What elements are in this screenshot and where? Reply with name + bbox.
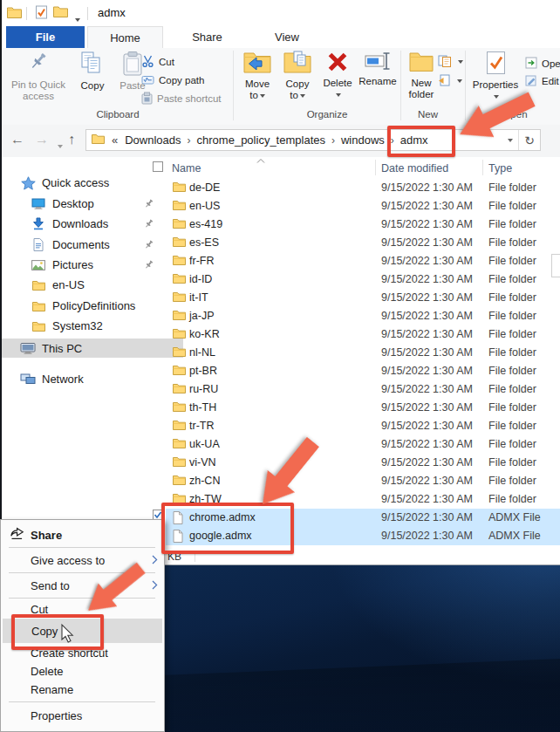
menu-item-delete[interactable]: Delete xyxy=(2,662,163,681)
sidebar-item-this-pc[interactable]: This PC xyxy=(0,339,183,358)
file-type: File folder xyxy=(488,236,536,249)
file-row-de-DE[interactable]: de-DE9/15/2022 1:30 AMFile folder xyxy=(166,179,560,197)
tab-share[interactable]: Share xyxy=(166,26,249,48)
folder-icon xyxy=(173,310,186,323)
ribbon-open-button[interactable]: Open xyxy=(525,56,560,72)
file-row-id-ID[interactable]: id-ID9/15/2022 1:30 AMFile folder xyxy=(166,270,560,289)
ribbon-edit-button[interactable]: Edit xyxy=(525,73,560,89)
new-folder-button[interactable]: New folder xyxy=(403,51,440,100)
copy-to-button[interactable]: Copy to xyxy=(277,51,318,101)
breadcrumb-folder-icon xyxy=(86,133,109,147)
menu-item-share[interactable]: Share xyxy=(2,524,163,545)
pin-to-quick-access-label: Pin to Quick access xyxy=(11,79,65,101)
breadcrumb-segment-windows[interactable]: windows xyxy=(337,133,389,147)
column-name[interactable]: Name xyxy=(172,162,201,174)
menu-item-properties[interactable]: Properties xyxy=(2,705,163,726)
ribbon-cut-button[interactable]: Cut xyxy=(141,54,174,70)
ribbon-copy-path-button[interactable]: Copy path xyxy=(141,72,204,88)
sidebar-item-pictures[interactable]: Pictures xyxy=(0,256,194,274)
folder-icon xyxy=(173,328,186,341)
file-type: File folder xyxy=(488,310,536,322)
file-row-es-ES[interactable]: es-ES9/15/2022 1:30 AMFile folder xyxy=(166,234,560,252)
delete-button[interactable]: Delete xyxy=(318,51,358,100)
sidebar-item-quick-access[interactable]: Quick access xyxy=(0,174,183,192)
qat-properties-button[interactable] xyxy=(35,5,48,23)
file-date: 9/15/2022 1:30 AM xyxy=(381,493,473,505)
file-type: File folder xyxy=(488,456,536,469)
breadcrumb[interactable]: « Downloads›chrome_policy_templates›wind… xyxy=(85,129,541,151)
sidebar-item-network[interactable]: Network xyxy=(0,370,183,388)
sidebar-item-system32[interactable]: System32 xyxy=(0,317,194,335)
folder-icon xyxy=(173,236,186,250)
file-row-vi-VN[interactable]: vi-VN9/15/2022 1:30 AMFile folder xyxy=(166,454,560,472)
delete-icon xyxy=(318,51,358,76)
ribbon-copy-button[interactable]: Copy xyxy=(73,51,112,92)
column-date-modified[interactable]: Date modified xyxy=(381,162,448,174)
refresh-icon[interactable]: ↻ xyxy=(518,130,540,150)
breadcrumb-segment-chrome_policy_templates[interactable]: chrome_policy_templates xyxy=(193,133,330,147)
ribbon-group-separator xyxy=(233,51,234,120)
file-row-nl-NL[interactable]: nl-NL9/15/2022 1:30 AMFile folder xyxy=(166,344,560,362)
file-row-pt-BR[interactable]: pt-BR9/15/2022 1:30 AMFile folder xyxy=(166,362,560,380)
menu-item-send-to[interactable]: Send to xyxy=(2,575,163,596)
ribbon-paste-shortcut-button[interactable]: Paste shortcut xyxy=(141,91,222,106)
column-separator-2[interactable] xyxy=(482,160,483,175)
tab-file[interactable]: File xyxy=(6,26,85,48)
copy-to-label: Copy xyxy=(286,79,310,89)
properties-button[interactable]: Properties xyxy=(469,51,522,102)
forward-button[interactable]: → xyxy=(35,132,49,147)
rename-button[interactable]: Rename xyxy=(356,51,400,87)
new-item-button[interactable] xyxy=(438,54,463,70)
sidebar-item-documents[interactable]: Documents xyxy=(0,236,194,254)
column-type[interactable]: Type xyxy=(488,162,512,174)
file-row-ko-KR[interactable]: ko-KR9/15/2022 1:30 AMFile folder xyxy=(166,325,560,344)
breadcrumb-prefix[interactable]: « xyxy=(109,133,120,147)
file-row-en-US[interactable]: en-US9/15/2022 1:30 AMFile folder xyxy=(166,197,560,215)
file-row-fr-FR[interactable]: fr-FR9/15/2022 1:30 AMFile folder xyxy=(166,252,560,270)
breadcrumb-chevron-icon[interactable]: › xyxy=(186,134,193,147)
sidebar-item-policydefinitions[interactable]: PolicyDefinitions xyxy=(0,297,194,315)
file-name: nl-NL xyxy=(189,346,215,359)
file-type: File folder xyxy=(488,255,536,267)
file-type: File folder xyxy=(488,438,536,450)
sidebar-item-label: Network xyxy=(42,373,84,386)
file-type: ADMX File xyxy=(488,530,541,542)
file-row-es-419[interactable]: es-4199/15/2022 1:30 AMFile folder xyxy=(166,215,560,234)
file-date: 9/15/2022 1:30 AM xyxy=(381,310,473,322)
move-to-button[interactable]: Move to xyxy=(237,51,277,101)
back-button[interactable]: ← xyxy=(10,132,24,147)
file-name: en-US xyxy=(189,200,220,212)
pin-icon xyxy=(5,51,72,78)
menu-item-label: Give access to xyxy=(31,554,105,567)
sidebar-item-desktop[interactable]: Desktop xyxy=(0,195,194,213)
qat-newfolder-button[interactable] xyxy=(53,5,68,21)
menu-item-rename[interactable]: Rename xyxy=(2,681,163,699)
sidebar-item-en-us[interactable]: en-US xyxy=(0,276,194,294)
breadcrumb-chevron-icon[interactable]: › xyxy=(330,134,337,147)
file-row-ru-RU[interactable]: ru-RU9/15/2022 1:30 AMFile folder xyxy=(166,380,560,399)
file-row-th-TH[interactable]: th-TH9/15/2022 1:30 AMFile folder xyxy=(166,399,560,417)
sidebar-item-downloads[interactable]: Downloads xyxy=(0,215,194,233)
copy-path-icon xyxy=(141,74,154,87)
easy-access-button[interactable] xyxy=(438,73,462,89)
select-all-checkbox[interactable] xyxy=(153,161,163,172)
sidebar-item-label: This PC xyxy=(42,342,82,355)
file-type: File folder xyxy=(488,475,536,487)
file-row-it-IT[interactable]: it-IT9/15/2022 1:30 AMFile folder xyxy=(166,289,560,307)
recent-locations-caret[interactable] xyxy=(56,138,63,154)
breadcrumb-segment-Downloads[interactable]: Downloads xyxy=(120,133,185,147)
column-separator[interactable] xyxy=(375,160,376,175)
address-dropdown-caret[interactable] xyxy=(501,133,518,148)
file-row-zh-CN[interactable]: zh-CN9/15/2022 1:30 AMFile folder xyxy=(166,472,560,490)
tab-view[interactable]: View xyxy=(251,26,323,48)
qat-customize-caret[interactable] xyxy=(73,11,80,27)
tab-home[interactable]: Home xyxy=(87,26,163,48)
menu-item-give-access-to[interactable]: Give access to xyxy=(2,550,163,571)
easy-access-icon xyxy=(438,74,451,88)
file-type: File folder xyxy=(488,273,536,285)
pin-to-quick-access-button[interactable]: Pin to Quick access xyxy=(5,51,72,102)
file-row-tr-TR[interactable]: tr-TR9/15/2022 1:30 AMFile folder xyxy=(166,417,560,435)
up-button[interactable]: ↑ xyxy=(68,132,75,147)
file-row-ja-JP[interactable]: ja-JP9/15/2022 1:30 AMFile folder xyxy=(166,307,560,325)
file-row-uk-UA[interactable]: uk-UA9/15/2022 1:30 AMFile folder xyxy=(166,435,560,454)
